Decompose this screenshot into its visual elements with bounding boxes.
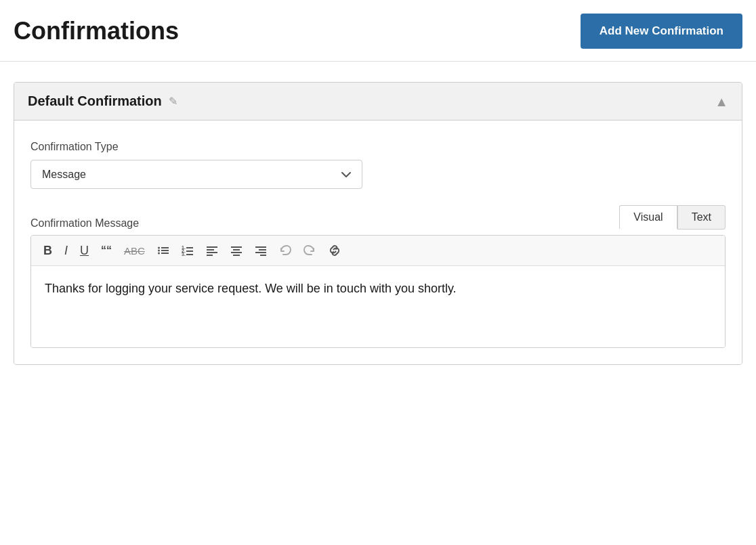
blockquote-button[interactable]: ““ <box>97 242 116 259</box>
card-body: Confirmation Type Message Page Redirect … <box>14 121 742 364</box>
editor-wrapper: B I U ““ ABC <box>30 235 726 348</box>
collapse-button[interactable]: ▲ <box>715 95 728 108</box>
align-center-button[interactable] <box>226 242 247 259</box>
svg-text:3.: 3. <box>182 252 186 257</box>
confirmation-card: Default Confirmation ✎ ▲ Confirmation Ty… <box>14 82 742 365</box>
add-new-confirmation-button[interactable]: Add New Confirmation <box>581 14 742 49</box>
page-header: Confirmations Add New Confirmation <box>0 0 756 61</box>
confirmation-type-select[interactable]: Message Page Redirect URL <box>30 160 362 189</box>
card-header-left: Default Confirmation ✎ <box>28 93 177 109</box>
undo-button[interactable] <box>275 242 295 259</box>
message-label-row: Confirmation Message Visual Text <box>30 205 726 230</box>
card-title: Default Confirmation <box>28 93 162 109</box>
italic-button[interactable]: I <box>60 242 72 259</box>
tab-visual-button[interactable]: Visual <box>619 205 677 230</box>
card-header: Default Confirmation ✎ ▲ <box>14 83 742 121</box>
editor-toolbar: B I U ““ ABC <box>31 236 725 266</box>
editor-tab-group: Visual Text <box>619 205 726 230</box>
unordered-list-button[interactable] <box>153 242 173 259</box>
confirmation-message-section: Confirmation Message Visual Text B I U “… <box>30 205 726 348</box>
ordered-list-button[interactable]: 1. 2. 3. <box>177 242 198 259</box>
bold-button[interactable]: B <box>39 242 56 259</box>
strikethrough-button[interactable]: ABC <box>120 243 149 259</box>
edit-icon[interactable]: ✎ <box>169 95 177 108</box>
header-divider <box>0 61 756 62</box>
editor-content[interactable]: Thanks for logging your service request.… <box>31 266 725 347</box>
confirmation-type-label: Confirmation Type <box>30 141 726 153</box>
confirmation-message-label: Confirmation Message <box>30 217 139 230</box>
align-right-button[interactable] <box>251 242 271 259</box>
confirmation-type-group: Confirmation Type Message Page Redirect … <box>30 141 726 189</box>
svg-point-4 <box>158 253 160 255</box>
underline-button[interactable]: U <box>76 242 93 259</box>
tab-text-button[interactable]: Text <box>677 205 726 230</box>
main-content: Default Confirmation ✎ ▲ Confirmation Ty… <box>0 75 756 378</box>
svg-point-2 <box>158 250 160 252</box>
svg-point-0 <box>158 247 160 249</box>
redo-button[interactable] <box>299 242 320 259</box>
link-button[interactable] <box>324 241 345 260</box>
page-title: Confirmations <box>14 17 179 45</box>
align-left-button[interactable] <box>202 242 222 259</box>
